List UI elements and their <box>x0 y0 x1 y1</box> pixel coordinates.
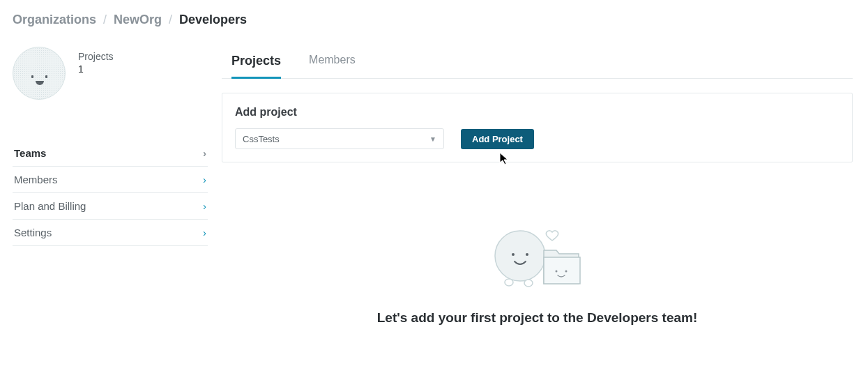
add-project-button[interactable]: Add Project <box>461 129 534 149</box>
sidebar-item-label: Members <box>14 174 58 185</box>
sidebar-item-plan-billing[interactable]: Plan and Billing › <box>13 193 208 220</box>
chevron-right-icon: › <box>203 147 206 159</box>
svg-point-7 <box>565 271 567 273</box>
chevron-right-icon: › <box>203 200 206 212</box>
panel-title: Add project <box>235 106 839 119</box>
breadcrumb-org[interactable]: NewOrg <box>114 13 162 27</box>
svg-point-1 <box>512 253 515 256</box>
chevron-down-icon: ▼ <box>429 135 436 143</box>
svg-point-2 <box>526 253 528 256</box>
svg-rect-5 <box>544 257 580 284</box>
sidebar-nav: Teams › Members › Plan and Billing › Set… <box>13 140 208 246</box>
chevron-right-icon: › <box>203 174 206 185</box>
chevron-right-icon: › <box>203 227 206 238</box>
sidebar-item-teams[interactable]: Teams › <box>13 140 208 167</box>
main-content: Projects Members Add project CssTests ▼ … <box>222 47 868 326</box>
svg-point-0 <box>495 231 545 281</box>
breadcrumb-sep: / <box>169 13 172 27</box>
empty-title: Let's add your first project to the Deve… <box>222 310 853 326</box>
sidebar-item-members[interactable]: Members › <box>13 167 208 193</box>
svg-point-3 <box>505 279 513 286</box>
sidebar-item-label: Settings <box>14 227 52 238</box>
project-select-value: CssTests <box>243 134 280 144</box>
empty-illustration <box>222 221 853 291</box>
tabs: Projects Members <box>222 47 853 79</box>
team-avatar <box>13 47 66 100</box>
breadcrumb-current: Developers <box>179 13 247 27</box>
project-select[interactable]: CssTests ▼ <box>235 128 444 149</box>
stats-label: Projects <box>78 51 114 62</box>
sidebar-item-label: Teams <box>14 147 46 159</box>
svg-point-4 <box>524 280 533 287</box>
add-project-panel: Add project CssTests ▼ Add Project <box>222 93 853 162</box>
sidebar: Projects 1 Teams › Members › Plan and Bi… <box>13 47 222 326</box>
svg-point-6 <box>555 271 557 273</box>
breadcrumb-sep: / <box>103 13 107 27</box>
breadcrumb: Organizations / NewOrg / Developers <box>13 13 868 27</box>
tab-projects[interactable]: Projects <box>231 47 281 79</box>
sidebar-item-settings[interactable]: Settings › <box>13 220 208 246</box>
breadcrumb-organizations[interactable]: Organizations <box>13 13 96 27</box>
empty-state: Let's add your first project to the Deve… <box>222 221 853 326</box>
stats-value: 1 <box>78 63 114 75</box>
sidebar-item-label: Plan and Billing <box>14 200 86 212</box>
tab-members[interactable]: Members <box>309 47 356 79</box>
